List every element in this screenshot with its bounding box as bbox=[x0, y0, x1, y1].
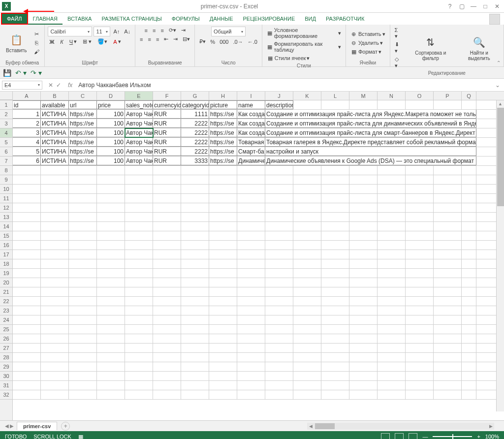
cell-M28[interactable] bbox=[349, 353, 378, 362]
cell-P27[interactable] bbox=[434, 344, 462, 352]
cell-D25[interactable] bbox=[97, 325, 125, 334]
row-header-30[interactable]: 30 bbox=[0, 372, 12, 381]
cell-E3[interactable]: Автор Чак bbox=[125, 119, 153, 128]
cell-L18[interactable] bbox=[321, 259, 349, 268]
cell-F13[interactable] bbox=[153, 213, 181, 221]
cell-H2[interactable]: https://se bbox=[209, 110, 237, 119]
row-header-6[interactable]: 6 bbox=[0, 147, 12, 157]
cell-I25[interactable] bbox=[237, 325, 265, 334]
cell-C18[interactable] bbox=[69, 259, 97, 268]
cell-I11[interactable] bbox=[237, 194, 265, 203]
cell-H5[interactable]: https://se bbox=[209, 138, 237, 147]
cell-K32[interactable] bbox=[293, 390, 321, 399]
autosum-button[interactable]: Σ ▾ bbox=[393, 27, 404, 40]
cell-K31[interactable] bbox=[293, 381, 321, 390]
cell-J18[interactable] bbox=[265, 259, 293, 268]
cell-G6[interactable]: 2222 bbox=[181, 147, 209, 156]
column-header-N[interactable]: N bbox=[378, 92, 406, 100]
cell-N11[interactable] bbox=[378, 194, 406, 203]
cell-J22[interactable] bbox=[265, 297, 293, 306]
cell-L31[interactable] bbox=[321, 381, 349, 390]
cell-Q9[interactable] bbox=[462, 175, 476, 184]
cell-K8[interactable] bbox=[293, 166, 321, 175]
cell-G26[interactable] bbox=[181, 334, 209, 343]
cell-L12[interactable] bbox=[321, 203, 349, 212]
formula-input[interactable]: Автор Чакканбаев Ильхом bbox=[75, 81, 491, 90]
cell-O11[interactable] bbox=[406, 194, 434, 203]
cell-D22[interactable] bbox=[97, 297, 125, 306]
cell-C5[interactable]: https://se bbox=[69, 138, 97, 147]
cell-J26[interactable] bbox=[265, 334, 293, 343]
cell-C7[interactable]: https://se bbox=[69, 157, 97, 165]
cell-E17[interactable] bbox=[125, 250, 153, 259]
cell-C27[interactable] bbox=[69, 344, 97, 352]
cell-O16[interactable] bbox=[406, 241, 434, 250]
cell-I7[interactable]: Динамиче bbox=[237, 157, 265, 165]
cell-J20[interactable] bbox=[265, 278, 293, 287]
cell-B31[interactable] bbox=[41, 381, 69, 390]
cell-M26[interactable] bbox=[349, 334, 378, 343]
cell-E29[interactable] bbox=[125, 362, 153, 371]
row-header-12[interactable]: 12 bbox=[0, 203, 12, 213]
column-header-A[interactable]: A bbox=[13, 92, 41, 100]
cell-B11[interactable] bbox=[41, 194, 69, 203]
cell-L16[interactable] bbox=[321, 241, 349, 250]
cell-B3[interactable]: ИСТИНА bbox=[41, 119, 69, 128]
cell-A24[interactable] bbox=[13, 315, 41, 324]
cell-A23[interactable] bbox=[13, 306, 41, 315]
cell-Q25[interactable] bbox=[462, 325, 476, 334]
minimize-icon[interactable]: — bbox=[469, 2, 478, 10]
cell-P26[interactable] bbox=[434, 334, 462, 343]
cell-I31[interactable] bbox=[237, 381, 265, 390]
cell-H19[interactable] bbox=[209, 269, 237, 278]
save-button[interactable]: 💾 bbox=[3, 69, 11, 77]
cell-I2[interactable]: Как созда bbox=[237, 110, 265, 119]
cell-K13[interactable] bbox=[293, 213, 321, 221]
cell-A16[interactable] bbox=[13, 241, 41, 250]
cell-O25[interactable] bbox=[406, 325, 434, 334]
cell-P29[interactable] bbox=[434, 362, 462, 371]
cell-B9[interactable] bbox=[41, 175, 69, 184]
percent-button[interactable]: % bbox=[209, 38, 217, 45]
row-header-18[interactable]: 18 bbox=[0, 259, 12, 269]
insert-cells-button[interactable]: ⊕Вставить ▾ bbox=[349, 30, 387, 38]
cell-E9[interactable] bbox=[125, 175, 153, 184]
cell-N24[interactable] bbox=[378, 315, 406, 324]
cell-D7[interactable]: 100 bbox=[97, 157, 125, 165]
cell-Q15[interactable] bbox=[462, 231, 476, 240]
cell-H1[interactable]: picture bbox=[209, 100, 237, 109]
cell-A31[interactable] bbox=[13, 381, 41, 390]
cell-L25[interactable] bbox=[321, 325, 349, 334]
cell-H21[interactable] bbox=[209, 287, 237, 296]
cell-B2[interactable]: ИСТИНА bbox=[41, 110, 69, 119]
cell-G12[interactable] bbox=[181, 203, 209, 212]
cell-E10[interactable] bbox=[125, 185, 153, 193]
cell-J29[interactable] bbox=[265, 362, 293, 371]
cell-M29[interactable] bbox=[349, 362, 378, 371]
cell-P12[interactable] bbox=[434, 203, 462, 212]
cell-B28[interactable] bbox=[41, 353, 69, 362]
cell-F14[interactable] bbox=[153, 222, 181, 231]
cell-K15[interactable] bbox=[293, 231, 321, 240]
select-all-corner[interactable] bbox=[0, 92, 13, 100]
cell-P11[interactable] bbox=[434, 194, 462, 203]
cell-L22[interactable] bbox=[321, 297, 349, 306]
cell-H17[interactable] bbox=[209, 250, 237, 259]
cell-B13[interactable] bbox=[41, 213, 69, 221]
tab-главная[interactable]: ГЛАВНАЯ bbox=[28, 14, 63, 25]
cell-O18[interactable] bbox=[406, 259, 434, 268]
cell-G8[interactable] bbox=[181, 166, 209, 175]
cell-M27[interactable] bbox=[349, 344, 378, 352]
cell-D19[interactable] bbox=[97, 269, 125, 278]
cell-K30[interactable] bbox=[293, 372, 321, 380]
conditional-formatting-button[interactable]: ▦Условное форматирование ▾ bbox=[265, 27, 343, 39]
cell-K19[interactable] bbox=[293, 269, 321, 278]
cell-D30[interactable] bbox=[97, 372, 125, 380]
cell-M31[interactable] bbox=[349, 381, 378, 390]
cell-G24[interactable] bbox=[181, 315, 209, 324]
cell-A14[interactable] bbox=[13, 222, 41, 231]
cell-E32[interactable] bbox=[125, 390, 153, 399]
row-header-10[interactable]: 10 bbox=[0, 185, 12, 194]
cell-O10[interactable] bbox=[406, 185, 434, 193]
cell-N19[interactable] bbox=[378, 269, 406, 278]
